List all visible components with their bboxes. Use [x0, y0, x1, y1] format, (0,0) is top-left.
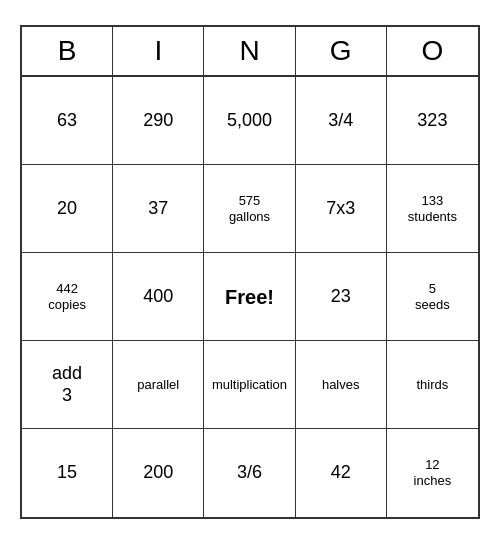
- bingo-cell: 5,000: [204, 77, 295, 165]
- bingo-cell: 5seeds: [387, 253, 478, 341]
- bingo-card: BINGO 632905,0003/43232037575gallons7x31…: [20, 25, 480, 519]
- bingo-cell: add3: [22, 341, 113, 429]
- bingo-cell: thirds: [387, 341, 478, 429]
- bingo-grid: 632905,0003/43232037575gallons7x3133stud…: [22, 77, 478, 517]
- bingo-cell: 290: [113, 77, 204, 165]
- header-letter: N: [204, 27, 295, 75]
- header-letter: G: [296, 27, 387, 75]
- bingo-cell: halves: [296, 341, 387, 429]
- header-letter: B: [22, 27, 113, 75]
- bingo-header: BINGO: [22, 27, 478, 77]
- bingo-cell: 133students: [387, 165, 478, 253]
- bingo-cell: 37: [113, 165, 204, 253]
- bingo-cell: 575gallons: [204, 165, 295, 253]
- bingo-cell: 442copies: [22, 253, 113, 341]
- bingo-cell: 7x3: [296, 165, 387, 253]
- bingo-cell: 23: [296, 253, 387, 341]
- bingo-cell: 12inches: [387, 429, 478, 517]
- bingo-cell: 42: [296, 429, 387, 517]
- bingo-cell: 400: [113, 253, 204, 341]
- bingo-cell: 20: [22, 165, 113, 253]
- bingo-cell: parallel: [113, 341, 204, 429]
- bingo-cell: 15: [22, 429, 113, 517]
- header-letter: I: [113, 27, 204, 75]
- bingo-cell: 200: [113, 429, 204, 517]
- bingo-cell: 3/6: [204, 429, 295, 517]
- bingo-cell: multiplication: [204, 341, 295, 429]
- bingo-cell: 63: [22, 77, 113, 165]
- header-letter: O: [387, 27, 478, 75]
- bingo-cell: 3/4: [296, 77, 387, 165]
- bingo-cell: 323: [387, 77, 478, 165]
- bingo-cell: Free!: [204, 253, 295, 341]
